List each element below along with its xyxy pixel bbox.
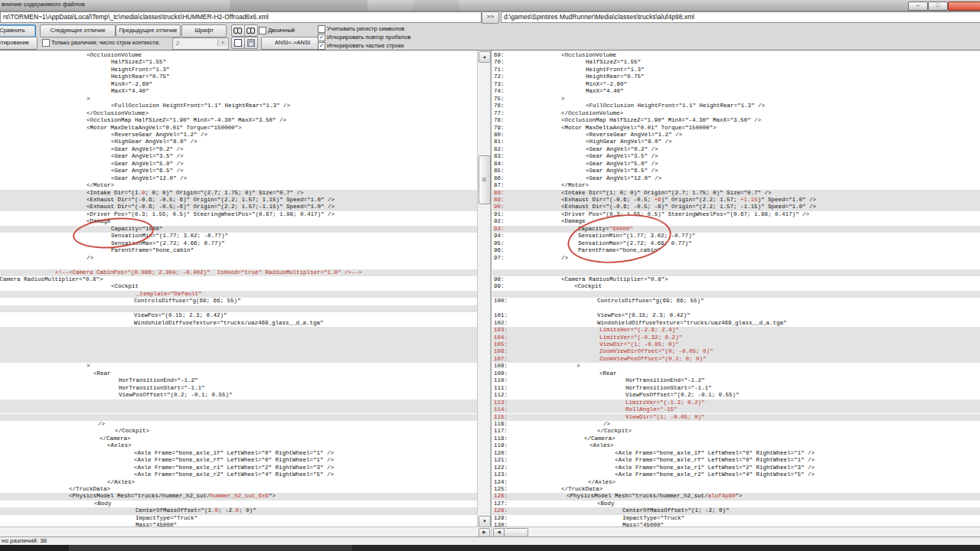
line-number: 101: (494, 312, 508, 318)
diff-area: <OcclusionVolumeHalfSizeZ="1.55"HeightFr… (0, 51, 980, 527)
context-lines-dropdown[interactable]: 2 ▾ (172, 37, 229, 50)
code-line: 114:RollAngle="-15" (492, 406, 980, 413)
window-icon (234, 39, 242, 47)
close-button[interactable] (948, 2, 980, 11)
code-line: 113:LimitsVer="(-1.2; 0.2)" (492, 399, 980, 406)
find-next-button[interactable]: ... (244, 24, 258, 37)
background-window-artifact (413, 0, 459, 11)
ignore-frequent-lines-checkbox[interactable]: ✓ (318, 42, 325, 50)
code-line: </Cockpit> (0, 428, 477, 435)
code-line: <Motor MaxDeltaAngVel="0.01" Torque="150… (0, 125, 477, 132)
compare-button[interactable]: Сравнить (0, 24, 36, 37)
code-line: <Rear (0, 370, 477, 377)
chevron-down-icon: ▾ (217, 39, 227, 47)
code-line: 79:<Motor MaxDeltaAngVel="0.01" Torque="… (492, 125, 980, 132)
code-line: 92:<Damage (492, 218, 980, 225)
binary-label: Двоичный (268, 27, 295, 34)
code-line: 120:<Axle Frame="bone_axle_1f" LeftWheel… (492, 450, 980, 457)
line-number: 91: (494, 211, 505, 217)
maximize-button[interactable]: □ (928, 2, 948, 11)
diff-filler-line (492, 305, 980, 312)
next-difference-button[interactable]: Следующее отличие (40, 24, 116, 37)
code-line: <Exhaust Dir="(-0.6; -0.5; 6)" Origin="(… (0, 197, 477, 204)
code-line: > (0, 363, 477, 370)
code-line: 104:LimitsVer="(-0.32; 0.2)" (492, 334, 980, 341)
code-line: <FullOcclusion HeightFront="1.1" HeightR… (0, 103, 477, 109)
code-line: ViewPos="(0.15; 2.3; 0.42)" (0, 312, 477, 319)
code-line: <Axle Frame="bone_axle_rf" LeftWheel="0"… (0, 457, 477, 464)
line-number: 123: (494, 471, 508, 478)
edit-button[interactable]: актирование (0, 37, 38, 50)
right-file-path[interactable]: d:\games\Spintires MudRunner\Media\class… (501, 11, 980, 23)
code-line: 109:<Rear (492, 370, 980, 377)
vertical-scroll-thumb[interactable]: ☰ (479, 155, 491, 204)
line-number: 74: (494, 88, 505, 94)
code-line: <PhysicsModel Mesh="trucks/hummer_h2_sut… (0, 493, 477, 500)
code-line: 90:<Exhaust Dir="(-0.6; -0.5; -6)" Origi… (492, 204, 980, 210)
scroll-down-arrow-icon[interactable]: ▼ (479, 516, 491, 527)
line-number: 83: (494, 153, 505, 159)
diff-filler-line (492, 269, 980, 276)
code-line: 127:<Body (492, 500, 980, 507)
code-line: <OcclusionVolume (0, 52, 477, 59)
code-line: <Damage (0, 218, 477, 225)
ignore-spaces-checkbox[interactable]: ✓ (318, 34, 325, 41)
taskbar-segment (0, 545, 69, 551)
find-button[interactable] (231, 24, 245, 37)
code-line: 118:</Camera> (492, 435, 980, 442)
left-file-path[interactable]: rs\TORMEN~1\AppData\Local\Temp\_tc\media… (0, 11, 482, 23)
differences-only-checkbox[interactable] (42, 39, 50, 47)
right-code-pane[interactable]: 69:<OcclusionVolume70:HalfSizeZ="1.55"71… (492, 51, 980, 527)
code-line: 103:LimitsHor="(-2.8; 2.4)" (492, 327, 980, 334)
code-line: <Driver Pos="(0.3; 1.55; 0.5)" SteeringW… (0, 211, 477, 218)
code-line: 71:HeightFront="1.3" (492, 67, 980, 73)
code-line: ViewPosOffset="(0.2; -0.1; 0.55)" (0, 392, 477, 399)
code-line: <Cockpit (0, 283, 477, 290)
code-line: HalfSizeZ="1.55" (0, 59, 477, 66)
left-horizontal-scrollbar[interactable]: ▶ (0, 527, 491, 536)
line-number: 80: (494, 132, 505, 138)
minimize-button[interactable]: – (908, 2, 928, 11)
line-number: 102: (494, 320, 508, 326)
code-line: 95:SensationMax="(2.72; 4.66; 0.77)" (492, 240, 980, 247)
code-line: 82:<Gear AngVel="0.2" /> (492, 146, 980, 153)
line-number: 87: (494, 182, 505, 188)
line-number: 70: (494, 59, 505, 65)
code-line: </TruckData> (0, 486, 477, 493)
line-number: 107: (494, 356, 508, 362)
vertical-scrollbar[interactable]: ▲ ☰ ▼ (477, 51, 491, 527)
right-horizontal-scrollbar[interactable]: ◀ (492, 527, 980, 536)
code-line: 129:ImpactType="Truck" (492, 515, 980, 522)
binary-checkbox[interactable] (259, 27, 266, 34)
line-number: 129: (494, 515, 508, 521)
left-code-pane[interactable]: <OcclusionVolumeHalfSizeZ="1.55"HeightFr… (0, 51, 477, 527)
diff-filler-line (0, 348, 477, 355)
case-sensitive-label: Учитывать регистр символов (327, 25, 404, 32)
save-button[interactable] (244, 37, 258, 49)
expand-paths-button[interactable]: >> (482, 11, 499, 24)
code-line: 111:HorTransitionStart="-1.1" (492, 385, 980, 392)
line-number: 93: (494, 226, 505, 232)
scroll-up-arrow-icon[interactable]: ▲ (479, 51, 491, 63)
code-line: 98:<Camera RadiusMultiplier="0.8"> (492, 276, 980, 283)
previous-difference-button[interactable]: Предыдущее отличие (116, 24, 181, 37)
font-button[interactable]: Шрифт (181, 24, 227, 37)
code-line: /> (0, 255, 477, 262)
code-line: <Axle Frame="bone_axle_r1" LeftWheel="2"… (0, 465, 477, 471)
line-number: 77: (494, 110, 505, 116)
line-number: 114: (494, 406, 508, 412)
encoding-button[interactable]: ANSI<->ANSI (261, 37, 324, 50)
editor-view-button[interactable] (231, 37, 245, 49)
code-line: 101:ViewPos="(0.15; 2.3; 0.42)" (492, 312, 980, 319)
window-title: внение содержимого файлов (2, 1, 85, 8)
line-number: 99: (494, 283, 505, 289)
line-number: 98: (494, 276, 505, 282)
line-number: 76: (494, 103, 505, 109)
diff-filler-line (0, 262, 477, 269)
code-line: _template="Default" (0, 291, 477, 298)
code-line: 88:<Intake Dir="(1; 0; 0)" Origin="(2.7;… (492, 190, 980, 197)
case-sensitive-checkbox[interactable] (318, 25, 325, 33)
code-line: 102:WindshieldDiffuseTexture="trucks/uaz… (492, 320, 980, 327)
context-lines-value: 2 (176, 40, 179, 47)
ignore-frequent-lines-label: Игнорировать частые строки (327, 42, 403, 49)
